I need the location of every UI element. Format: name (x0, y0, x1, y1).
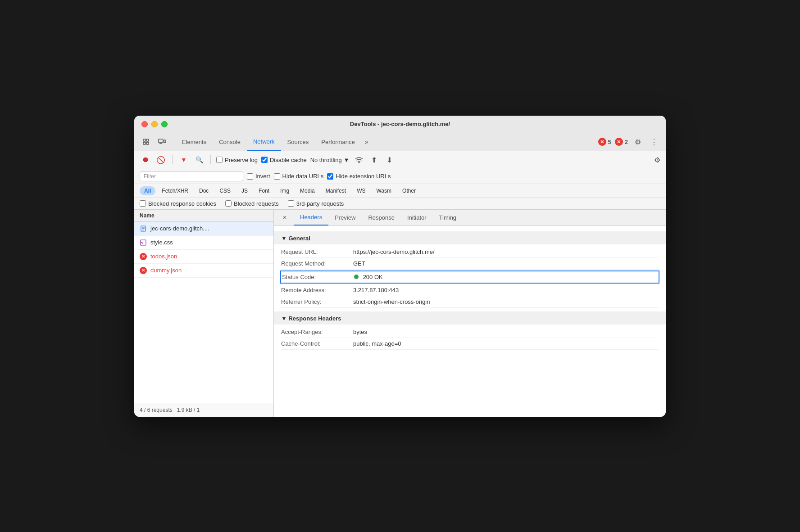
status-code-label: Status Code: (282, 274, 354, 280)
hide-ext-urls-checkbox[interactable]: Hide extension URLs (327, 173, 391, 180)
tab-bar-right: ✕ 5 ✕ 2 ⚙ ⋮ (598, 135, 660, 148)
list-item[interactable]: ✕ todos.json (134, 250, 273, 264)
svg-rect-0 (143, 139, 145, 141)
close-button[interactable] (141, 121, 148, 127)
accept-ranges-label: Accept-Ranges: (281, 329, 353, 335)
main-content: Name jec-cors-demo.glitch.... ✎ (134, 210, 666, 417)
list-item[interactable]: ✎ style.css (134, 236, 273, 250)
resource-type-manifest[interactable]: Manifest (321, 186, 350, 195)
cache-control-value: public, max-age=0 (353, 340, 659, 347)
file-list-footer: 4 / 6 requests 1.9 kB / 1 (134, 403, 273, 417)
disable-cache-input[interactable] (261, 157, 268, 163)
file-list: Name jec-cors-demo.glitch.... ✎ (134, 210, 274, 417)
list-item[interactable]: jec-cors-demo.glitch.... (134, 222, 273, 236)
error-icon-1: ✕ (598, 138, 606, 146)
preserve-log-checkbox[interactable]: Preserve log (216, 157, 258, 163)
tab-network[interactable]: Network (247, 133, 281, 151)
tab-initiator[interactable]: Initiator (401, 210, 433, 226)
record-button[interactable]: ⏺ (140, 154, 151, 166)
hide-data-urls-checkbox[interactable]: Hide data URLs (274, 173, 324, 180)
svg-rect-5 (164, 140, 166, 143)
accept-ranges-row: Accept-Ranges: bytes (281, 326, 659, 338)
invert-checkbox[interactable]: Invert (247, 173, 270, 180)
file-name: todos.json (150, 253, 177, 260)
throttling-select[interactable]: No throttling ▼ (310, 157, 350, 163)
tab-headers[interactable]: Headers (294, 210, 328, 226)
tab-sources[interactable]: Sources (281, 133, 315, 151)
detail-panel: × Headers Preview Response Initiator Tim… (274, 210, 666, 417)
resource-type-doc[interactable]: Doc (195, 186, 213, 195)
filter-bar: Invert Hide data URLs Hide extension URL… (134, 169, 666, 184)
svg-point-7 (358, 162, 359, 163)
tab-elements[interactable]: Elements (176, 133, 213, 151)
remote-address-row: Remote Address: 3.217.87.180:443 (281, 284, 659, 296)
tab-response[interactable]: Response (362, 210, 401, 226)
third-party-input[interactable] (288, 200, 294, 207)
resource-type-img[interactable]: Img (276, 186, 294, 195)
device-icon[interactable] (156, 135, 168, 148)
resource-type-ws[interactable]: WS (352, 186, 370, 195)
preserve-log-input[interactable] (216, 157, 223, 163)
resource-type-font[interactable]: Font (254, 186, 274, 195)
window-title: DevTools - jec-cors-demo.glitch.me/ (350, 121, 450, 127)
invert-input[interactable] (247, 173, 253, 180)
status-code-row: Status Code: 200 OK (280, 271, 659, 284)
toolbar: ⏺ 🚫 ▼ 🔍 Preserve log Disable cache No th… (134, 151, 666, 169)
settings-button[interactable]: ⚙ (632, 135, 644, 148)
doc-icon (140, 225, 147, 232)
general-section-header: ▼ General (274, 231, 666, 244)
detail-tabs: × Headers Preview Response Initiator Tim… (274, 210, 666, 226)
disable-cache-checkbox[interactable]: Disable cache (261, 157, 307, 163)
resource-type-wasm[interactable]: Wasm (372, 186, 396, 195)
search-button[interactable]: 🔍 (193, 154, 205, 166)
close-detail-button[interactable]: × (279, 212, 290, 223)
maximize-button[interactable] (161, 121, 168, 127)
checkbox-bar: Blocked response cookies Blocked request… (134, 198, 666, 210)
tab-preview[interactable]: Preview (328, 210, 362, 226)
minimize-button[interactable] (151, 121, 158, 127)
blocked-requests-input[interactable] (225, 200, 232, 207)
hide-ext-urls-input[interactable] (327, 173, 333, 180)
file-name: dummy.json (150, 267, 182, 274)
resource-type-all[interactable]: All (140, 186, 155, 195)
referrer-policy-label: Referrer Policy: (281, 298, 353, 305)
svg-rect-4 (159, 139, 163, 143)
error-count-1: 5 (608, 139, 611, 145)
tab-performance[interactable]: Performance (315, 133, 361, 151)
request-method-row: Request Method: GET (281, 258, 659, 270)
more-options-button[interactable]: ⋮ (648, 135, 660, 148)
remote-address-value: 3.217.87.180:443 (353, 287, 659, 293)
hide-data-urls-input[interactable] (274, 173, 280, 180)
resource-type-fetch[interactable]: Fetch/XHR (157, 186, 193, 195)
error-icon: ✕ (140, 267, 147, 274)
resource-type-js[interactable]: JS (237, 186, 252, 195)
clear-button[interactable]: 🚫 (155, 154, 167, 166)
cursor-icon[interactable] (140, 135, 152, 148)
wifi-icon[interactable] (353, 154, 365, 166)
traffic-lights (141, 121, 168, 127)
blocked-requests-checkbox[interactable]: Blocked requests (225, 200, 279, 207)
network-settings-button[interactable]: ⚙ (654, 156, 660, 164)
upload-button[interactable]: ⬆ (368, 154, 380, 166)
resource-type-other[interactable]: Other (398, 186, 420, 195)
download-button[interactable]: ⬇ (384, 154, 395, 166)
resource-type-css[interactable]: CSS (215, 186, 235, 195)
more-tabs-button[interactable]: » (361, 138, 372, 145)
svg-text:✎: ✎ (141, 242, 143, 244)
request-url-value: https://jec-cors-demo.glitch.me/ (353, 248, 659, 255)
resource-type-media[interactable]: Media (295, 186, 319, 195)
tab-bar: Elements Console Network Sources Perform… (134, 133, 666, 151)
list-item[interactable]: ✕ dummy.json (134, 264, 273, 278)
filter-button[interactable]: ▼ (178, 154, 190, 166)
blocked-cookies-input[interactable] (140, 200, 146, 207)
file-name: style.css (150, 239, 173, 246)
svg-rect-1 (146, 139, 149, 141)
filter-input[interactable] (140, 171, 243, 181)
tab-console[interactable]: Console (213, 133, 247, 151)
tab-timing[interactable]: Timing (433, 210, 463, 226)
referrer-policy-row: Referrer Policy: strict-origin-when-cros… (281, 296, 659, 308)
third-party-checkbox[interactable]: 3rd-party requests (288, 200, 344, 207)
referrer-policy-value: strict-origin-when-cross-origin (353, 298, 659, 305)
request-method-value: GET (353, 260, 659, 267)
blocked-cookies-checkbox[interactable]: Blocked response cookies (140, 200, 216, 207)
